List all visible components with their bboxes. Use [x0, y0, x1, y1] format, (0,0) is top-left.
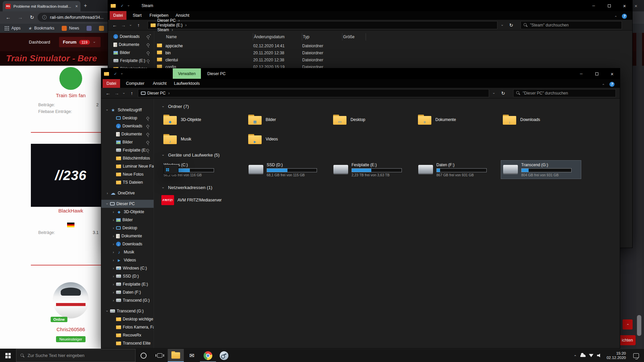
chevron-icon[interactable]	[111, 210, 116, 214]
refresh-icon[interactable]	[507, 20, 515, 31]
file-row[interactable]: bin 20.11.2020 12:38 Dateiordner	[154, 50, 632, 57]
breadcrumb[interactable]: Dieser PC	[138, 89, 489, 97]
sidebar-item[interactable]: Dokumente	[108, 41, 154, 49]
browser-tab[interactable]: RS Probleme mit Railtraction-Install... …	[3, 1, 80, 11]
quick-access-check-icon[interactable]: ✓	[120, 4, 124, 8]
tray-expand-icon[interactable]	[571, 349, 579, 362]
sidebar-item[interactable]: Musik	[101, 248, 154, 256]
sidebar-item[interactable]: Downloads	[101, 122, 154, 130]
title-bar[interactable]: ✓ Steam	[108, 0, 632, 11]
quick-access-check-icon[interactable]: ✓	[113, 72, 117, 76]
forward-icon[interactable]	[112, 88, 121, 99]
browser-scrollbar[interactable]	[636, 33, 642, 349]
scrollbar-thumb[interactable]	[637, 315, 641, 336]
drive-tile[interactable]: Windows (C:) 56,2 GB frei von 116 GB	[161, 160, 242, 179]
tab-computer[interactable]: Computer	[123, 79, 147, 88]
forward-icon[interactable]	[119, 20, 127, 31]
customize-toolbar-icon[interactable]	[127, 4, 131, 8]
close-button[interactable]	[604, 68, 620, 79]
address-dropdown-icon[interactable]	[490, 88, 497, 99]
column-header-date[interactable]: Änderungsdatum	[253, 33, 302, 41]
column-header-type[interactable]: Typ	[302, 33, 342, 41]
taskbar-mail[interactable]: ✉	[184, 349, 200, 362]
sidebar-item[interactable]: Bilder	[101, 216, 154, 224]
chevron-icon[interactable]	[105, 107, 109, 113]
recent-locations-icon[interactable]	[121, 88, 127, 99]
nav-dashboard[interactable]: Dashboard	[29, 40, 50, 45]
chevron-icon[interactable]	[105, 308, 109, 314]
section-chevron-icon[interactable]	[161, 186, 165, 190]
sidebar-item[interactable]: Dokumente	[101, 232, 154, 240]
manage-contextual-tab[interactable]: Verwalten	[173, 68, 201, 79]
column-header-size[interactable]: Größe	[342, 33, 366, 41]
folder-tile[interactable]: Downloads	[501, 112, 581, 128]
up-icon[interactable]	[134, 20, 143, 31]
avatar[interactable]: //236	[31, 144, 111, 207]
chevron-icon[interactable]	[111, 282, 116, 286]
tab-start[interactable]: Start	[128, 11, 146, 20]
sidebar-item[interactable]: Transcend (G:)	[101, 296, 154, 304]
help-icon[interactable]: ?	[609, 81, 614, 87]
drive-tile[interactable]: Daten (F:) 867 GB frei von 931 GB	[416, 160, 496, 179]
section-chevron-icon[interactable]	[161, 153, 165, 157]
maximize-button[interactable]	[601, 0, 617, 11]
sidebar-item[interactable]: TS Dateien	[101, 178, 154, 186]
section-header-drives[interactable]: Geräte und Laufwerke (5)	[161, 153, 620, 158]
breadcrumb-segment[interactable]: Festplatte (E:)	[157, 23, 189, 27]
chevron-icon[interactable]	[111, 258, 116, 262]
chevron-icon[interactable]	[111, 266, 116, 270]
sidebar-item[interactable]: Transcend Elite	[101, 339, 154, 347]
chevron-icon[interactable]	[111, 250, 116, 254]
back-icon[interactable]	[3, 11, 13, 23]
avatar[interactable]	[59, 67, 82, 90]
ribbon-collapse-icon[interactable]	[613, 13, 618, 19]
volume-icon[interactable]	[595, 349, 603, 362]
refresh-icon[interactable]	[499, 88, 507, 99]
action-center-button[interactable]	[629, 349, 643, 362]
chevron-icon[interactable]	[111, 298, 116, 302]
back-icon[interactable]	[103, 88, 112, 99]
chevron-icon[interactable]	[111, 218, 116, 222]
drive-tile[interactable]: Festplatte (E:) 2,23 TB frei von 3,63 TB	[331, 160, 412, 179]
minimize-button[interactable]	[574, 68, 589, 79]
clock[interactable]: 15:20 02.12.2020	[603, 351, 629, 360]
ribbon-collapse-icon[interactable]	[601, 81, 605, 87]
network-icon[interactable]	[587, 349, 595, 362]
sidebar-item[interactable]: Luminar Neue Favo	[101, 162, 154, 170]
back-icon[interactable]	[110, 20, 119, 31]
sidebar-item[interactable]: Downloads	[108, 33, 154, 41]
network-item[interactable]: FRITZ! AVM FRITZ!Mediaserver	[161, 193, 620, 207]
sidebar-item[interactable]: Dieser PC	[101, 200, 154, 208]
chevron-icon[interactable]	[105, 201, 109, 206]
taskbar-chrome[interactable]	[200, 349, 216, 362]
search-input[interactable]	[530, 23, 619, 27]
chevron-icon[interactable]	[111, 274, 116, 278]
title-bar[interactable]: ✓ Verwalten Dieser PC	[101, 68, 620, 79]
new-tab-button[interactable]: +	[84, 3, 87, 9]
taskbar-search-input[interactable]	[28, 353, 135, 358]
bookmark-favicon-2[interactable]	[99, 26, 104, 31]
folder-tile[interactable]: Musik	[161, 131, 242, 147]
file-row[interactable]: appcache 02.12.2020 14:41 Dateiordner	[154, 43, 632, 50]
cortana-button[interactable]	[136, 349, 152, 362]
sidebar-item[interactable]: Windows (C:)	[101, 264, 154, 272]
sidebar-item[interactable]: Bilder	[101, 138, 154, 146]
task-view-button[interactable]	[152, 349, 168, 362]
section-header-network[interactable]: Netzwerkadressen (1)	[161, 185, 620, 190]
bookmark-bookmarks[interactable]: Bookmarks	[28, 26, 54, 31]
sidebar-item[interactable]: Desktop	[101, 114, 154, 122]
sidebar-item[interactable]: Bilder	[108, 49, 154, 57]
section-header-folders[interactable]: Ordner (7)	[161, 104, 620, 109]
sidebar-item[interactable]: Schnellzugriff	[101, 106, 154, 114]
help-icon[interactable]: ?	[622, 13, 627, 19]
chevron-icon[interactable]	[111, 242, 116, 246]
onedrive-tray-icon[interactable]	[579, 349, 587, 362]
bookmark-apps[interactable]: Apps	[5, 26, 20, 31]
sidebar-item[interactable]: Transcend (G:)	[101, 307, 154, 315]
avatar[interactable]	[53, 282, 89, 318]
maximize-button[interactable]	[589, 68, 604, 79]
file-row[interactable]: clientui 20.11.2020 12:38 Dateiordner	[154, 57, 632, 64]
search-input[interactable]	[523, 91, 613, 96]
sidebar-item[interactable]: Downloads	[101, 240, 154, 248]
sidebar-item[interactable]: Neue Fotos	[101, 170, 154, 178]
